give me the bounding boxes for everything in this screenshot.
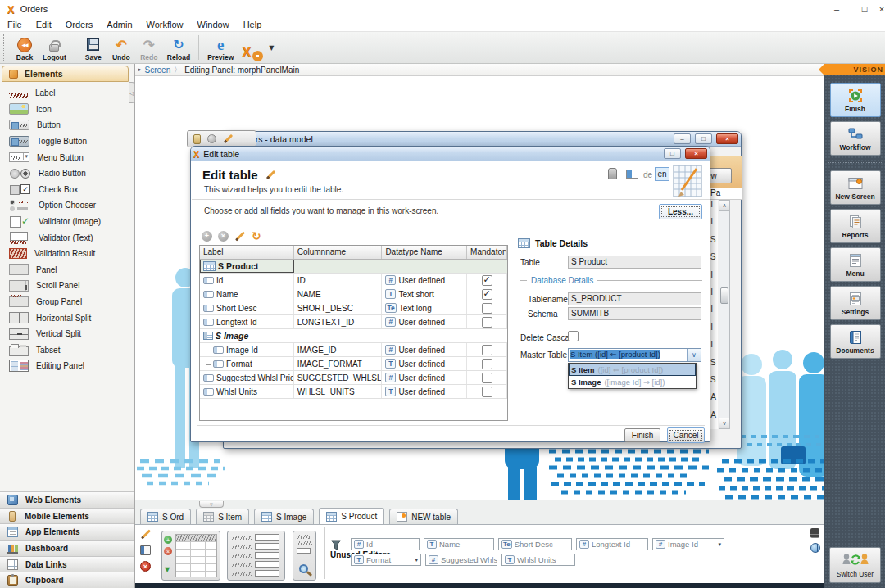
element-item-validator-image[interactable]: Validator (Image) xyxy=(2,214,129,230)
minimize-button[interactable]: – xyxy=(823,0,851,18)
edit-table-titlebar[interactable]: Edit table □ × xyxy=(191,147,710,161)
breadcrumb-screen-link[interactable]: Screen xyxy=(145,66,171,75)
edit-pencil-icon[interactable] xyxy=(141,529,151,539)
menu-item-workflow[interactable]: Workflow xyxy=(147,20,184,29)
menu-item-edit[interactable]: Edit xyxy=(36,20,52,29)
element-item-check-box[interactable]: Check Box xyxy=(2,182,129,198)
editor-chip-whlsl-units[interactable]: TWhlsl Units xyxy=(502,554,575,566)
mandatory-checkbox[interactable] xyxy=(482,303,492,314)
mandatory-checkbox[interactable] xyxy=(482,289,492,300)
mandatory-checkbox[interactable] xyxy=(482,373,492,383)
save-button[interactable]: Save xyxy=(79,33,107,62)
tab-s-ord[interactable]: S Ord xyxy=(140,509,191,524)
reload-button[interactable]: Reload xyxy=(163,33,194,62)
table-field-row[interactable]: FormatIMAGE_FORMATTUser defined xyxy=(200,357,507,371)
form-layout-thumbnail[interactable] xyxy=(227,531,285,581)
tab-s-image[interactable]: S Image xyxy=(254,509,314,524)
filter-icon[interactable] xyxy=(331,540,341,552)
accordion-dashboard[interactable]: Dashboard xyxy=(0,540,134,556)
element-item-tabset[interactable]: Tabset xyxy=(2,342,129,359)
mandatory-checkbox[interactable] xyxy=(482,345,492,355)
table-group-row[interactable]: S Product xyxy=(200,260,507,274)
editor-chip-suggested-whlsl[interactable]: #Suggested Whlsl... xyxy=(425,554,497,566)
visionx-menu-button[interactable] xyxy=(238,33,267,62)
accordion-web-elements[interactable]: Web Elements xyxy=(0,491,134,508)
accordion-app-elements[interactable]: App Elements xyxy=(0,523,134,540)
close-button[interactable]: × xyxy=(685,148,707,159)
editor-chip-name[interactable]: TName xyxy=(424,538,494,550)
back-button[interactable]: Back xyxy=(11,33,39,62)
element-item-panel[interactable]: Panel xyxy=(2,262,129,278)
web-view-icon[interactable] xyxy=(810,543,820,553)
table-field-row[interactable]: IdID#User defined xyxy=(200,274,507,287)
accordion-clipboard[interactable]: Clipboard xyxy=(0,572,134,588)
edit-row-icon[interactable] xyxy=(235,231,245,241)
element-item-editing-panel[interactable]: Editing Panel xyxy=(2,358,129,374)
element-item-validator-text[interactable]: Validator (Text) xyxy=(2,229,129,246)
dropdown-option-s-item[interactable]: S Item ([id] ⇐ [product Id]) xyxy=(569,364,696,376)
editor-chip-format[interactable]: TFormat xyxy=(351,554,421,566)
element-item-menu-button[interactable]: Menu Button xyxy=(2,149,129,165)
translation-card-icon[interactable] xyxy=(626,170,638,179)
vision-workflow-button[interactable]: Workflow xyxy=(830,121,881,156)
logout-button[interactable]: Logout xyxy=(39,33,70,62)
maximize-button[interactable]: □ xyxy=(664,148,681,159)
editor-chip-id[interactable]: #Id xyxy=(351,538,420,550)
mandatory-checkbox[interactable] xyxy=(482,359,492,369)
scroll-up-icon[interactable]: ∧ xyxy=(719,201,729,211)
language-en-button[interactable]: en xyxy=(655,167,669,181)
table-field-row[interactable]: Short DescSHORT_DESCTeText long xyxy=(200,301,507,315)
elements-panel-header[interactable]: Elements xyxy=(2,66,129,82)
cancel-button[interactable]: Cancel xyxy=(667,427,705,443)
tablename-value[interactable]: S_PRODUCT xyxy=(568,292,701,305)
table-field-row[interactable]: Image IdIMAGE_ID#User defined xyxy=(200,343,507,357)
data-model-titlebar[interactable]: Orders - data model – □ × xyxy=(224,132,741,147)
vision-settings-button[interactable]: Settings xyxy=(830,286,881,320)
element-item-button[interactable]: Button xyxy=(2,117,129,133)
tab-s-item[interactable]: S Item xyxy=(196,509,249,524)
menu-item-admin[interactable]: Admin xyxy=(107,20,132,29)
language-de-button[interactable]: de xyxy=(643,170,652,179)
vision-documents-button[interactable]: Documents xyxy=(830,324,881,359)
delete-icon[interactable] xyxy=(140,561,151,572)
element-item-option-chooser[interactable]: Option Chooser xyxy=(2,197,129,214)
element-item-validation-result[interactable]: Validation Result xyxy=(2,246,129,262)
dropdown-option-s-image[interactable]: S Image ([image Id] ⇒ [id]) xyxy=(569,376,696,388)
maximize-button[interactable]: □ xyxy=(695,133,712,144)
element-item-horizontal-split[interactable]: Horizontal Split xyxy=(2,310,129,326)
menu-item-window[interactable]: Window xyxy=(197,20,229,29)
table-layout-thumbnail[interactable] xyxy=(161,531,220,581)
close-button[interactable]: × xyxy=(716,133,738,144)
scrollbar-thumb[interactable] xyxy=(720,287,728,304)
remove-row-icon[interactable] xyxy=(218,231,229,242)
element-item-icon[interactable]: Icon xyxy=(2,102,129,118)
sphere-icon[interactable] xyxy=(207,134,216,143)
vision-menu-button[interactable]: Menu xyxy=(830,247,881,282)
panel-collapse-tab[interactable] xyxy=(199,501,224,508)
refresh-icon[interactable] xyxy=(252,229,261,242)
vision-reports-button[interactable]: Reports xyxy=(830,209,881,243)
minimize-button[interactable]: – xyxy=(674,133,691,144)
menu-item-help[interactable]: Help xyxy=(243,20,262,29)
accordion-data-links[interactable]: Data Links xyxy=(0,556,134,572)
delete-cascade-checkbox[interactable] xyxy=(568,331,579,341)
mandatory-checkbox[interactable] xyxy=(482,387,492,397)
mandatory-checkbox[interactable] xyxy=(482,275,492,286)
archive-icon[interactable] xyxy=(193,134,201,144)
menu-item-file[interactable]: File xyxy=(7,20,22,29)
menu-item-orders[interactable]: Orders xyxy=(66,20,93,29)
less-button[interactable]: Less... xyxy=(659,204,702,219)
scroll-down-icon[interactable]: ∨ xyxy=(719,418,729,428)
vision-new-screen-button[interactable]: New Screen xyxy=(830,170,881,205)
redo-button[interactable]: Redo xyxy=(135,33,163,62)
editor-chip-image-id[interactable]: #Image Id xyxy=(652,538,724,550)
element-item-scroll-panel[interactable]: Scroll Panel xyxy=(2,278,129,294)
table-group-row[interactable]: S Image xyxy=(200,329,507,343)
edit-table-dialog[interactable]: Edit table □ × Edit table de en This wiz… xyxy=(190,146,710,442)
table-field-row[interactable]: Whlsl UnitsWHLSL_UNITSTUser defined xyxy=(200,385,507,399)
sidebar-collapse-handle[interactable] xyxy=(129,82,135,103)
maximize-button[interactable]: □ xyxy=(851,0,878,18)
vision-finish-button[interactable]: Finish xyxy=(830,83,881,117)
tab-s-product[interactable]: S Product xyxy=(319,508,384,524)
table-field-row[interactable]: Longtext IdLONGTEXT_ID#User defined xyxy=(200,315,507,329)
